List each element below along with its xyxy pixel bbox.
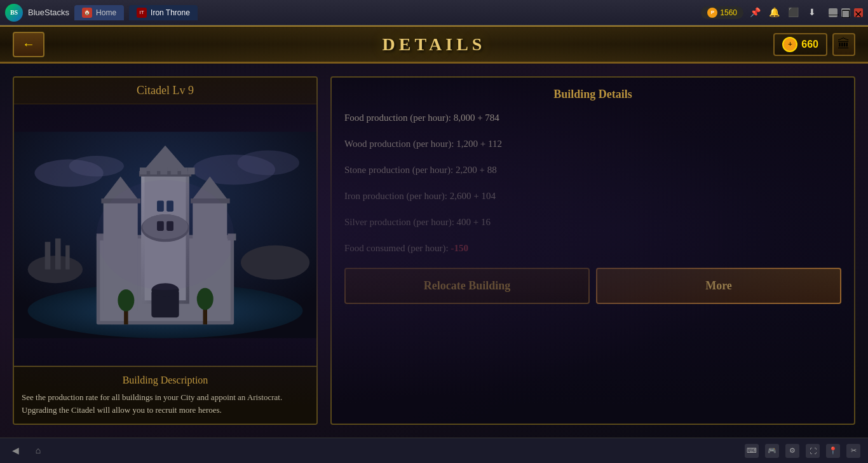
- svg-rect-8: [55, 238, 61, 270]
- home-nav-icon[interactable]: ⌂: [31, 443, 46, 459]
- keyboard-icon[interactable]: ⌨: [745, 444, 759, 458]
- svg-rect-9: [65, 245, 69, 270]
- game-tab-icon: IT: [137, 8, 147, 18]
- points-value: 1560: [720, 8, 737, 17]
- svg-rect-28: [188, 167, 195, 174]
- svg-point-2: [69, 156, 125, 176]
- back-nav-icon[interactable]: ◀: [8, 443, 23, 459]
- svg-rect-25: [160, 167, 167, 174]
- tab-home-label: Home: [96, 8, 116, 17]
- svg-rect-27: [181, 167, 188, 174]
- restore-button[interactable]: ❐: [841, 8, 850, 17]
- bluestacks-logo: BS: [5, 4, 23, 22]
- gamepad-icon[interactable]: 🎮: [765, 444, 779, 458]
- points-icon: P: [707, 8, 717, 18]
- taskbar: ◀ ⌂ ⌨ 🎮 ⚙ ⛶ 📍 ✂: [0, 438, 868, 463]
- food-consumed-value: -150: [451, 243, 468, 253]
- building-image: [14, 104, 316, 366]
- svg-rect-7: [45, 242, 51, 269]
- back-arrow-icon: ←: [22, 37, 35, 52]
- header-bar: ← DETAILS + 660 🏛: [0, 25, 868, 64]
- close-button[interactable]: ✕: [854, 8, 863, 17]
- points-display: P 1560: [701, 6, 743, 19]
- building-title: Citadel Lv 9: [14, 78, 316, 104]
- tools-icon[interactable]: ✂: [846, 444, 860, 458]
- action-buttons: Relocate Building More: [344, 268, 841, 304]
- svg-point-44: [118, 289, 134, 312]
- details-title: Building Details: [344, 88, 841, 101]
- tab-home[interactable]: 🏠 Home: [74, 5, 124, 20]
- game-area: ← DETAILS + 660 🏛 Citadel Lv 9: [0, 25, 868, 438]
- notification-icon[interactable]: 🔔: [768, 6, 780, 19]
- currency-badge: + 660: [773, 33, 827, 56]
- left-panel: Citadel Lv 9: [13, 76, 318, 425]
- svg-rect-23: [140, 167, 147, 174]
- window-controls: — ❐ ✕: [829, 8, 863, 17]
- tab-game-label: Iron Throne: [151, 8, 190, 17]
- brand-name: BlueStacks: [28, 8, 69, 17]
- stat-food-production: Food production (per hour): 8,000 + 784: [344, 111, 841, 125]
- stat-iron-production: Iron production (per hour): 2,600 + 104: [344, 190, 841, 203]
- home-tab-icon: 🏠: [82, 8, 92, 18]
- svg-rect-26: [171, 167, 178, 174]
- stat-food-consumed: Food consumed (per hour): -150: [344, 242, 841, 255]
- more-button[interactable]: More: [596, 268, 841, 304]
- details-panel: Building Details Food production (per ho…: [330, 76, 855, 425]
- coin-icon: +: [782, 37, 797, 52]
- right-panel: Building Details Food production (per ho…: [330, 76, 855, 425]
- header-currency: + 660 🏛: [773, 33, 855, 56]
- tab-iron-throne[interactable]: IT Iron Throne: [129, 5, 198, 20]
- svg-point-10: [241, 245, 309, 280]
- titlebar: BS BlueStacks 🏠 Home IT Iron Throne P 15…: [0, 0, 868, 25]
- location-icon[interactable]: 📍: [826, 444, 840, 458]
- minimize-button[interactable]: —: [829, 8, 837, 17]
- main-content: Citadel Lv 9: [0, 64, 868, 438]
- pin-icon[interactable]: 📌: [749, 6, 761, 19]
- relocate-building-button[interactable]: Relocate Building: [344, 268, 590, 304]
- back-button[interactable]: ←: [13, 32, 44, 57]
- stat-silver-production: Silver production (per hour): 400 + 16: [344, 216, 841, 229]
- currency-amount: 660: [801, 39, 818, 50]
- svg-rect-24: [150, 167, 157, 174]
- camera-icon[interactable]: ⬛: [787, 6, 799, 19]
- svg-point-6: [28, 256, 83, 283]
- page-title: DETAILS: [383, 34, 486, 55]
- bank-icon[interactable]: 🏛: [832, 33, 855, 56]
- svg-point-46: [197, 288, 214, 310]
- system-icons: ⌨ 🎮 ⚙ ⛶ 📍 ✂: [745, 444, 860, 458]
- titlebar-controls: 📌 🔔 ⬛ ⬇: [749, 6, 818, 19]
- settings-icon[interactable]: ⚙: [785, 444, 799, 458]
- desc-text: See the production rate for all building…: [22, 391, 309, 416]
- stat-stone-production: Stone production (per hour): 2,200 + 88: [344, 163, 841, 177]
- expand-icon[interactable]: ⛶: [806, 444, 820, 458]
- svg-point-4: [238, 150, 299, 175]
- desc-section-title: Building Description: [22, 375, 309, 386]
- building-description-section: Building Description See the production …: [14, 366, 316, 424]
- stat-wood-production: Wood production (per hour): 1,200 + 112: [344, 137, 841, 151]
- svg-point-47: [97, 180, 234, 290]
- download-icon[interactable]: ⬇: [806, 6, 818, 19]
- castle-svg: [14, 104, 316, 366]
